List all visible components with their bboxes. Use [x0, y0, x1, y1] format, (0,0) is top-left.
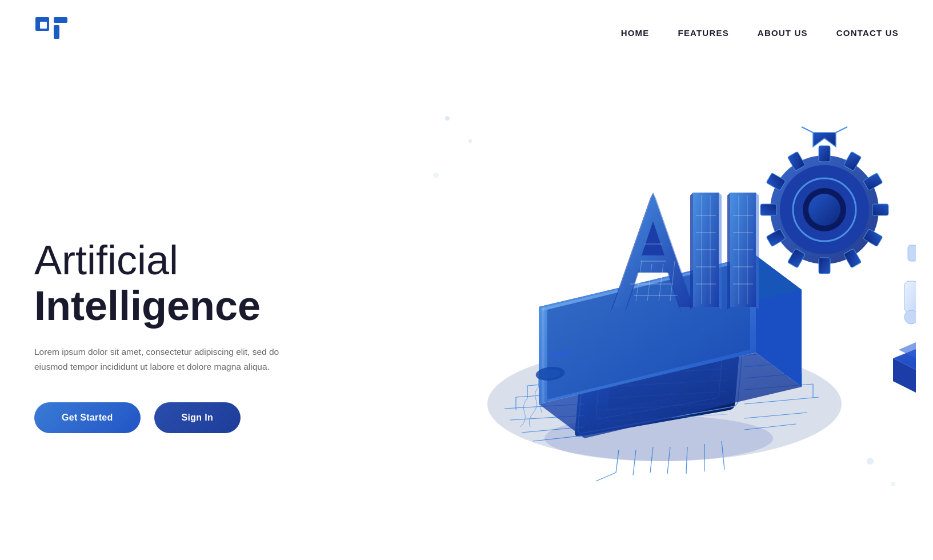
nav-home[interactable]: HOME [621, 28, 650, 38]
svg-point-49 [559, 351, 564, 357]
hero-section: Artificial Intelligence Lorem ipsum dolo… [0, 50, 933, 560]
svg-point-104 [904, 310, 916, 324]
svg-point-119 [468, 139, 472, 143]
svg-rect-116 [908, 245, 916, 261]
svg-point-79 [808, 194, 840, 226]
svg-line-93 [836, 127, 847, 133]
main-nav: HOME FEATURES ABOUT US CONTACT US [621, 28, 899, 38]
header: HOME FEATURES ABOUT US CONTACT US [0, 0, 933, 50]
nav-features[interactable]: FEATURES [678, 28, 729, 38]
hero-buttons: Get Started Sign In [34, 402, 320, 433]
svg-point-121 [867, 458, 874, 465]
svg-rect-3 [54, 25, 59, 39]
svg-point-122 [891, 482, 895, 486]
svg-point-118 [445, 116, 450, 121]
logo[interactable] [34, 16, 69, 50]
svg-rect-1 [40, 22, 47, 29]
svg-rect-86 [819, 258, 830, 274]
svg-rect-80 [819, 146, 830, 162]
svg-rect-83 [872, 204, 888, 215]
hero-description: Lorem ipsum dolor sit amet, consectetur … [34, 345, 291, 375]
ai-illustration [402, 61, 916, 495]
svg-rect-89 [760, 204, 776, 215]
nav-about[interactable]: ABOUT US [758, 28, 808, 38]
hero-title-bold: Intelligence [34, 283, 261, 329]
svg-rect-102 [904, 281, 916, 313]
hero-title: Artificial Intelligence [34, 238, 320, 328]
svg-point-48 [552, 353, 558, 358]
svg-point-50 [566, 349, 571, 355]
svg-rect-2 [54, 17, 67, 23]
hero-title-light: Artificial [34, 237, 178, 283]
hero-illustration [320, 84, 899, 560]
svg-point-120 [433, 173, 439, 178]
sign-in-button[interactable]: Sign In [154, 402, 241, 433]
hero-content: Artificial Intelligence Lorem ipsum dolo… [34, 226, 320, 433]
nav-contact[interactable]: CONTACT US [836, 28, 899, 38]
get-started-button[interactable]: Get Started [34, 402, 141, 433]
svg-line-38 [596, 473, 616, 481]
svg-line-92 [802, 127, 813, 133]
